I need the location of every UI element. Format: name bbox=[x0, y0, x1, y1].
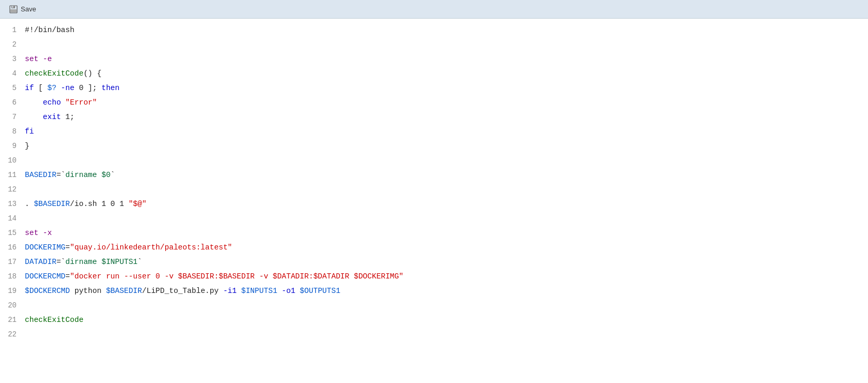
line-number: 20 bbox=[0, 298, 25, 313]
line-number: 11 bbox=[0, 168, 25, 182]
table-row: 5if [ $? -ne 0 ]; then bbox=[0, 81, 868, 95]
line-content[interactable]: checkExitCode bbox=[25, 313, 83, 327]
table-row: 19$DOCKERCMD python $BASEDIR/LiPD_to_Tab… bbox=[0, 284, 868, 298]
line-content[interactable]: DOCKERCMD="docker run --user 0 -v $BASED… bbox=[25, 269, 403, 284]
line-content[interactable]: } bbox=[25, 139, 30, 153]
line-number: 4 bbox=[0, 66, 25, 81]
line-number: 18 bbox=[0, 269, 25, 284]
svg-rect-2 bbox=[12, 6, 13, 8]
toolbar: Save bbox=[0, 0, 868, 19]
table-row: 2 bbox=[0, 37, 868, 52]
line-number: 7 bbox=[0, 110, 25, 124]
table-row: 20 bbox=[0, 298, 868, 313]
table-row: 1#!/bin/bash bbox=[0, 23, 868, 37]
line-content[interactable]: exit 1; bbox=[25, 110, 75, 124]
table-row: 18DOCKERCMD="docker run --user 0 -v $BAS… bbox=[0, 269, 868, 284]
table-row: 9} bbox=[0, 139, 868, 153]
line-content[interactable]: $DOCKERCMD python $BASEDIR/LiPD_to_Table… bbox=[25, 284, 340, 298]
line-number: 8 bbox=[0, 124, 25, 139]
table-row: 12 bbox=[0, 182, 868, 197]
line-number: 16 bbox=[0, 240, 25, 255]
table-row: 3set -e bbox=[0, 52, 868, 66]
line-number: 5 bbox=[0, 81, 25, 95]
table-row: 22 bbox=[0, 327, 868, 342]
line-number: 14 bbox=[0, 211, 25, 226]
table-row: 4checkExitCode() { bbox=[0, 66, 868, 81]
line-number: 9 bbox=[0, 139, 25, 153]
line-number: 10 bbox=[0, 153, 25, 168]
line-content[interactable]: . $BASEDIR/io.sh 1 0 1 "$@" bbox=[25, 197, 147, 211]
line-content[interactable]: set -e bbox=[25, 52, 52, 66]
line-number: 2 bbox=[0, 37, 25, 52]
save-icon bbox=[9, 5, 18, 13]
editor-area[interactable]: 1#!/bin/bash23set -e4checkExitCode() {5i… bbox=[0, 19, 868, 383]
line-number: 19 bbox=[0, 284, 25, 298]
line-number: 13 bbox=[0, 197, 25, 211]
save-label: Save bbox=[21, 5, 36, 13]
line-content[interactable]: DATADIR=`dirname $INPUTS1` bbox=[25, 255, 142, 269]
line-content[interactable]: set -x bbox=[25, 226, 52, 240]
table-row: 17DATADIR=`dirname $INPUTS1` bbox=[0, 255, 868, 269]
line-number: 3 bbox=[0, 52, 25, 66]
table-row: 21checkExitCode bbox=[0, 313, 868, 327]
line-number: 21 bbox=[0, 313, 25, 327]
table-row: 16DOCKERIMG="quay.io/linkedearth/paleots… bbox=[0, 240, 868, 255]
table-row: 11BASEDIR=`dirname $0` bbox=[0, 168, 868, 182]
table-row: 6 echo "Error" bbox=[0, 95, 868, 110]
line-content[interactable]: fi bbox=[25, 124, 34, 139]
line-number: 12 bbox=[0, 182, 25, 197]
line-number: 1 bbox=[0, 23, 25, 37]
line-content[interactable]: if [ $? -ne 0 ]; then bbox=[25, 81, 120, 95]
line-number: 17 bbox=[0, 255, 25, 269]
table-row: 10 bbox=[0, 153, 868, 168]
table-row: 13. $BASEDIR/io.sh 1 0 1 "$@" bbox=[0, 197, 868, 211]
table-row: 8fi bbox=[0, 124, 868, 139]
line-content[interactable]: DOCKERIMG="quay.io/linkedearth/paleots:l… bbox=[25, 240, 232, 255]
table-row: 7 exit 1; bbox=[0, 110, 868, 124]
save-button[interactable]: Save bbox=[5, 3, 40, 16]
line-content[interactable]: echo "Error" bbox=[25, 95, 97, 110]
line-content[interactable]: checkExitCode() { bbox=[25, 66, 102, 81]
table-row: 15set -x bbox=[0, 226, 868, 240]
line-number: 6 bbox=[0, 95, 25, 110]
table-row: 14 bbox=[0, 211, 868, 226]
line-content[interactable]: #!/bin/bash bbox=[25, 23, 75, 37]
line-number: 15 bbox=[0, 226, 25, 240]
code-container: 1#!/bin/bash23set -e4checkExitCode() {5i… bbox=[0, 23, 868, 342]
svg-rect-3 bbox=[10, 9, 17, 12]
line-content[interactable]: BASEDIR=`dirname $0` bbox=[25, 168, 115, 182]
line-number: 22 bbox=[0, 327, 25, 342]
